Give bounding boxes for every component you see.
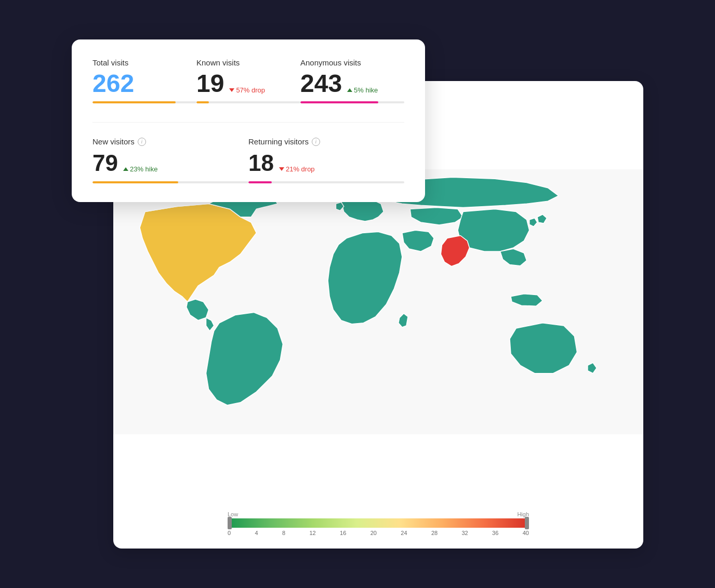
anonymous-visits-number: 243 [300, 71, 342, 96]
known-visits-change-text: 57% drop [236, 86, 265, 94]
total-visits-block: Total visits 262 [92, 58, 196, 103]
returning-visitors-arrow-down [279, 167, 284, 171]
legend-handle-left [228, 517, 232, 529]
anonymous-visits-progress-fill [300, 101, 378, 103]
known-visits-label: Known visits [196, 58, 300, 67]
new-visitors-change: 23% hike [123, 165, 157, 173]
new-visitors-progress-bg [92, 181, 248, 183]
scene: Low High 0 4 8 12 16 20 24 28 32 [72, 39, 643, 549]
known-visits-progress-bg [196, 101, 300, 103]
stats-bottom-row: New visitors i 79 23% hike Returning vis… [92, 137, 404, 183]
stats-card: Total visits 262 Known visits 19 57% dro… [72, 39, 425, 202]
new-visitors-number: 79 [92, 150, 118, 176]
known-visits-block: Known visits 19 57% drop [196, 58, 300, 103]
anonymous-visits-arrow-up [347, 88, 352, 92]
anonymous-visits-progress-bg [300, 101, 404, 103]
new-visitors-arrow-up [123, 167, 128, 171]
anonymous-visits-change-text: 5% hike [354, 86, 378, 94]
new-visitors-value-row: 79 23% hike [92, 150, 248, 176]
stats-top-row: Total visits 262 Known visits 19 57% dro… [92, 58, 404, 103]
returning-visitors-change: 21% drop [279, 165, 315, 173]
known-visits-number: 19 [196, 71, 224, 96]
returning-visitors-label-row: Returning visitors i [248, 137, 404, 146]
returning-visitors-block: Returning visitors i 18 21% drop [248, 137, 404, 183]
stats-divider [92, 122, 404, 123]
returning-visitors-progress-bg [248, 181, 404, 183]
returning-visitors-label: Returning visitors [248, 137, 309, 146]
total-visits-value-row: 262 [92, 71, 196, 96]
total-visits-number: 262 [92, 71, 134, 96]
returning-visitors-value-row: 18 21% drop [248, 150, 404, 176]
map-legend: Low High 0 4 8 12 16 20 24 28 32 [228, 511, 529, 536]
anonymous-visits-label: Anonymous visits [300, 58, 404, 67]
returning-visitors-info-icon[interactable]: i [312, 138, 320, 146]
anonymous-visits-change: 5% hike [347, 86, 378, 94]
total-visits-label: Total visits [92, 58, 196, 67]
new-visitors-progress-fill [92, 181, 178, 183]
new-visitors-block: New visitors i 79 23% hike [92, 137, 248, 183]
total-visits-progress-bg [92, 101, 196, 103]
known-visits-value-row: 19 57% drop [196, 71, 300, 96]
anonymous-visits-value-row: 243 5% hike [300, 71, 404, 96]
known-visits-change: 57% drop [229, 86, 265, 94]
returning-visitors-change-text: 21% drop [286, 165, 315, 173]
new-visitors-change-text: 23% hike [130, 165, 157, 173]
legend-bar [228, 518, 529, 528]
legend-tick-labels: 0 4 8 12 16 20 24 28 32 36 40 [228, 530, 529, 536]
returning-visitors-progress-fill [248, 181, 272, 183]
new-visitors-info-icon[interactable]: i [138, 138, 146, 146]
legend-handle-right [525, 517, 529, 529]
total-visits-progress-fill [92, 101, 176, 103]
new-visitors-label-row: New visitors i [92, 137, 248, 146]
anonymous-visits-block: Anonymous visits 243 5% hike [300, 58, 404, 103]
new-visitors-label: New visitors [92, 137, 135, 146]
known-visits-arrow-down [229, 88, 234, 92]
returning-visitors-number: 18 [248, 150, 274, 176]
known-visits-progress-fill [196, 101, 209, 103]
